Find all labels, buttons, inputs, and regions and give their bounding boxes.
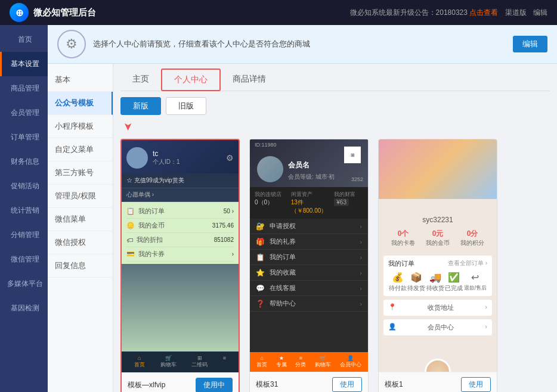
sidebar2-item-wechat-menu[interactable]: 微信菜单	[48, 208, 113, 231]
template-card-xlfvip: tc 个人ID：1 ⚙ ☆ 充值99成为vip赏美	[120, 139, 240, 392]
sidebar-item-stats[interactable]: 统计营销	[0, 198, 48, 223]
template-card-31: 会员名 会员等级: 城市·初 3252 ⊞ ID:11980 我的连锁店	[249, 139, 369, 392]
sidebar2-item-reply[interactable]: 回复信息	[48, 254, 113, 278]
card2-stat-chain: 我的连锁店 0（0）	[255, 191, 284, 215]
logo-icon: ⊕	[10, 3, 29, 22]
sidebar-item-order[interactable]: 订单管理	[0, 125, 48, 150]
info-banner-text: 选择个人中心前请预览，仔细查看该个人中心是否符合您的商城	[93, 39, 310, 49]
receive-icon: 🚚	[426, 272, 444, 283]
card3-order-link[interactable]: 查看全部订单 ›	[448, 259, 487, 268]
preview-user-info: tc 个人ID：1	[153, 150, 180, 166]
layout: 首页 基本设置 商品管理 会员管理 订单管理 财务信息 促销活动 统计营销 分销…	[0, 25, 557, 392]
preview-nav-home: ⌂首页	[134, 355, 145, 369]
sidebar-item-dist[interactable]: 分销管理	[0, 223, 48, 247]
sub-tab-old[interactable]: 旧版	[166, 97, 206, 115]
tab-home[interactable]: 主页	[120, 69, 161, 91]
card3-member-text: 会员中心	[428, 323, 454, 332]
sidebar-item-gene[interactable]: 基因检测	[0, 296, 48, 321]
sidebar-item-media[interactable]: 多媒体平台	[0, 272, 48, 296]
tabs-row: 主页 个人中心 商品详情	[120, 69, 550, 91]
card3-icon-ship: 📦 待发货	[407, 272, 425, 293]
settings-icon: ⚙	[57, 30, 86, 58]
card2-stat-wealth: 我的财富 ¥63	[334, 191, 363, 215]
preview-order-item: 📋 我的订单 50 ›	[126, 204, 234, 219]
topbar: ⊕ 微必知管理后台 微必知系统最新升级公告：20180323 点击查看 渠道版 …	[0, 0, 557, 25]
tab-personal[interactable]: 个人中心	[161, 69, 221, 91]
template-footer-2: 模板31 使用	[250, 372, 368, 392]
sidebar2: 基本 公众号模板 小程序模板 自定义菜单 第三方账号 管理员/权限 微信菜单 微…	[48, 64, 113, 392]
card3-address-text: 收货地址	[428, 303, 454, 312]
sub-tab-new[interactable]: 新版	[120, 97, 161, 115]
sub-tabs-row: 新版 旧版	[120, 97, 550, 115]
notice-link[interactable]: 点击查看	[469, 8, 498, 17]
card3-member-arrow: ›	[485, 323, 487, 332]
preview-green-area: 📋 我的订单 50 › 🪙 我的金币 3175.46	[122, 202, 239, 264]
info-banner: ⚙ 选择个人中心前请预览，仔细查看该个人中心是否符合您的商城 编辑	[48, 25, 557, 64]
sidebar2-item-admin[interactable]: 管理员/权限	[48, 185, 113, 208]
preview-avatar	[126, 147, 148, 169]
sidebar-item-member[interactable]: 会员管理	[0, 101, 48, 125]
sidebar2-item-third[interactable]: 第三方账号	[48, 161, 113, 185]
card2-name: 会员名	[288, 160, 310, 170]
preview-discount-item: 🏷 我的折扣 851082	[126, 233, 234, 247]
preview-nav-qr: ⊞二维码	[191, 355, 208, 369]
preview-discount-icon: 🏷	[126, 237, 133, 244]
notice-edit[interactable]: 编辑	[533, 8, 547, 17]
card3-order-icons: 💰 待付款 📦 待发货 🚚	[388, 272, 487, 293]
template-use-btn-1[interactable]: 使用中	[196, 378, 233, 392]
sidebar-item-promo[interactable]: 促销活动	[0, 174, 48, 198]
sidebar-item-goods[interactable]: 商品管理	[0, 76, 48, 101]
card3-stat-points: 0分 我的积分	[455, 229, 490, 247]
card3-icon-receive: 🚚 待收货	[426, 272, 444, 293]
sidebar-item-finance[interactable]: 财务信息	[0, 150, 48, 174]
main: ⚙ 选择个人中心前请预览，仔细查看该个人中心是否符合您的商城 编辑 基本 公众号…	[48, 25, 557, 392]
sidebar2-item-wechat-auth[interactable]: 微信授权	[48, 231, 113, 254]
sidebar-item-wechat[interactable]: 微信管理	[0, 247, 48, 272]
template-preview-3: syc32231 0个 我的卡卷 0元 我的金币	[379, 139, 497, 372]
card3-stat-card: 0个 我的卡卷	[386, 229, 420, 247]
sidebar: 首页 基本设置 商品管理 会员管理 订单管理 财务信息 促销活动 统计营销 分销…	[0, 25, 48, 392]
template-preview-1: tc 个人ID：1 ⚙ ☆ 充值99成为vip赏美	[122, 140, 239, 372]
preview-nav-cart: 🛒购物车	[160, 355, 177, 369]
preview-coins-icon: 🪙	[126, 222, 135, 229]
card3-avatar	[425, 359, 451, 372]
card3-icon-refund: ↩ 退款/售后	[464, 272, 487, 293]
done-icon: ✅	[445, 272, 463, 283]
card2-auth-icon: 🔐	[256, 222, 265, 231]
card2-nav-cart: 🛒购物车	[315, 355, 331, 369]
sidebar2-item-public[interactable]: 公众号模板	[48, 92, 113, 115]
logo-text: 微必知管理后台	[33, 7, 96, 18]
preview-user-header: tc 个人ID：1 ⚙	[122, 140, 239, 173]
template-use-btn-3[interactable]: 使用	[461, 377, 491, 392]
card2-sub: 会员等级: 城市·初	[288, 173, 335, 181]
card3-stats-row: 0个 我的卡卷 0元 我的金币 0分 我的积分	[379, 224, 497, 252]
preview-dark: tc 个人ID：1 ⚙ ☆ 充值99成为vip赏美	[122, 140, 239, 372]
card3-address-row: 📍 收货地址 ›	[388, 303, 487, 312]
edit-button[interactable]: 编辑	[513, 36, 547, 52]
tab-goods[interactable]: 商品详情	[221, 69, 278, 91]
preview-wishlist: 心愿单偶 ›	[122, 188, 239, 202]
template-preview-2: 会员名 会员等级: 城市·初 3252 ⊞ ID:11980 我的连锁店	[250, 139, 368, 372]
card2-avatar	[257, 156, 283, 182]
card2-menu-coupon: 🎁我的礼券›	[250, 234, 368, 250]
sidebar2-item-basic[interactable]: 基本	[48, 69, 113, 92]
preview-vip-row: ☆ 充值99成为vip赏美	[122, 173, 239, 188]
template-name-2: 模板31	[256, 379, 278, 390]
card2-menu-auth: 🔐申请授权›	[250, 219, 368, 234]
sidebar2-item-mini[interactable]: 小程序模板	[48, 115, 113, 138]
card2-header: 会员名 会员等级: 城市·初 3252 ⊞ ID:11980	[250, 139, 368, 187]
sidebar-item-home[interactable]: 首页	[0, 27, 48, 52]
card2-fav-icon: ⭐	[256, 269, 265, 277]
sidebar-item-basic[interactable]: 基本设置	[0, 52, 48, 76]
preview-username: tc	[153, 150, 180, 158]
template-use-btn-2[interactable]: 使用	[332, 377, 362, 392]
pay-icon: 💰	[389, 272, 407, 283]
templates-row: tc 个人ID：1 ⚙ ☆ 充值99成为vip赏美	[120, 139, 550, 392]
preview-bottom-nav: ⌂首页 🛒购物车 ⊞二维码 ≡	[122, 351, 239, 372]
card3-stat-coins: 0元 我的金币	[420, 229, 455, 247]
card2-stats: 我的连锁店 0（0） 闲置资产 13件（￥800.00） 我的财富	[250, 187, 368, 219]
sidebar2-item-custom[interactable]: 自定义菜单	[48, 138, 113, 161]
card2-help-icon: ❓	[256, 300, 265, 308]
card3-member-center: 👤 会员中心 ›	[383, 319, 492, 335]
arrow-indicator: ➤	[123, 122, 550, 135]
